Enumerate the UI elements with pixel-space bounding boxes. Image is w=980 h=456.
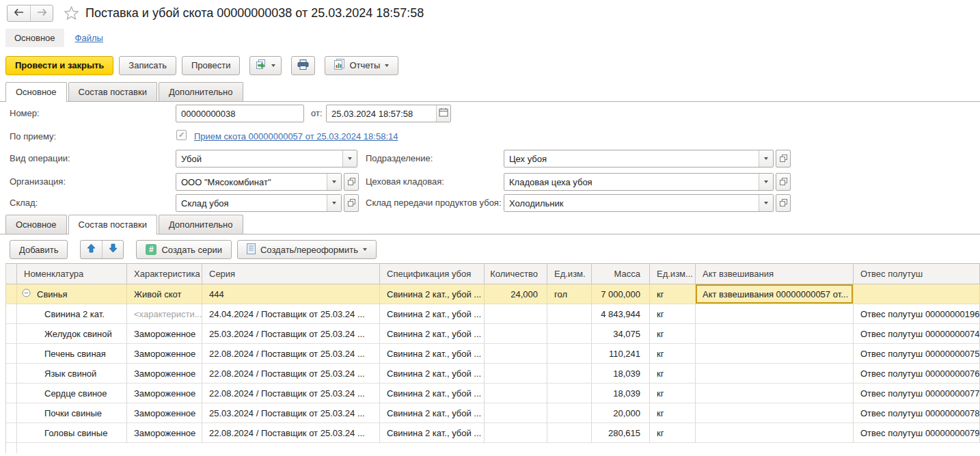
storeroom-dropdown-button[interactable] [759,174,773,190]
create-based-on-button[interactable] [249,56,282,75]
cell-nomenclature[interactable]: Печень свиная [17,344,127,364]
warehouse-input[interactable]: Склад убоя [176,195,327,211]
cell-qty_unit[interactable]: гол [547,284,592,304]
cell-act[interactable] [696,324,854,344]
cell-weighing[interactable]: Отвес полутуш 00000000196 [854,304,980,324]
row-marker[interactable] [6,364,17,384]
cell-series[interactable]: 24.04.2024 / Поставщик от 25.03.24 ... [202,304,380,324]
cell-mass[interactable]: 7 000,000 [592,284,650,304]
warehouse-dropdown-button[interactable] [327,195,341,211]
tab-extra-bottom[interactable]: Дополнительно [159,215,243,234]
row-marker[interactable] [6,284,17,304]
column-header[interactable]: Масса [592,264,650,284]
cell-qty_unit[interactable] [547,304,592,324]
cell-characteristic[interactable]: Замороженное [127,384,202,403]
create-reissue-button[interactable]: Создать/переоформить [237,240,377,259]
cell-act[interactable] [696,364,854,384]
cell-qty_unit[interactable] [547,423,592,443]
cell-mass_unit[interactable]: кг [650,304,696,324]
row-marker[interactable] [6,384,17,403]
cell-series[interactable]: 22.08.2024 / Поставщик от 25.03.24 ... [202,423,380,443]
cell-spec[interactable]: Свинина 2 кат., убой ... [380,304,485,324]
cell-mass_unit[interactable]: кг [650,423,696,443]
cell-series[interactable]: 25.03.2024 / Поставщик от 25.03.24 ... [202,403,380,423]
cell-mass_unit[interactable]: кг [650,284,696,304]
organization-open-button[interactable] [344,173,359,191]
cell-mass_unit[interactable]: кг [650,384,696,403]
storeroom-open-button[interactable] [776,173,791,191]
column-header[interactable]: Номенклатура [17,264,127,284]
cell-act[interactable]: Акт взвешивания 00000000057 от... [696,284,854,304]
cell-qty_unit[interactable] [547,344,592,364]
cell-weighing[interactable]: Отвес полутуш 00000000075 [854,344,980,364]
division-open-button[interactable] [776,150,791,167]
operation-dropdown-button[interactable] [342,150,357,167]
save-button[interactable]: Записать [119,56,176,75]
cell-spec[interactable]: Свинина 2 кат., убой ... [380,344,485,364]
organization-dropdown-button[interactable] [327,174,341,190]
column-header[interactable]: Акт взвешивания [696,264,854,284]
transfer-warehouse-dropdown-button[interactable] [759,195,773,211]
cell-nomenclature[interactable]: Сердце свиное [17,384,127,403]
cell-qty[interactable] [485,403,547,423]
reports-button[interactable]: Отчеты [325,56,398,75]
cell-spec[interactable]: Свинина 2 кат., убой ... [380,423,485,443]
cell-series[interactable]: 22.08.2024 / Поставщик от 25.03.24 ... [202,364,380,384]
forward-button[interactable] [30,5,53,21]
cell-nomenclature[interactable]: Язык свиной [17,364,127,384]
cell-spec[interactable]: Свинина 2 кат., убой ... [380,284,485,304]
cell-act[interactable] [696,423,854,443]
cell-qty[interactable]: 24,000 [485,284,547,304]
post-button[interactable]: Провести [182,56,241,75]
row-marker[interactable] [6,304,17,324]
cell-weighing[interactable] [854,284,980,304]
cell-mass[interactable]: 18,039 [592,384,650,403]
row-marker[interactable] [6,324,17,344]
cell-qty_unit[interactable] [547,364,592,384]
tab-extra-top[interactable]: Дополнительно [159,82,243,101]
warehouse-open-button[interactable] [344,194,359,212]
cell-characteristic[interactable]: Живой скот [127,284,202,304]
storeroom-input[interactable]: Кладовая цеха убоя [504,174,759,190]
cell-qty_unit[interactable] [547,403,592,423]
cell-spec[interactable]: Свинина 2 кат., убой ... [380,364,485,384]
cell-qty[interactable] [485,423,547,443]
cell-series[interactable]: 22.08.2024 / Поставщик от 25.03.24 ... [202,344,380,364]
cell-characteristic[interactable]: Замороженное [127,324,202,344]
tab-content-bottom[interactable]: Состав поставки [68,215,157,234]
cell-series[interactable]: 22.08.2024 / Поставщик от 25.03.24 ... [202,384,380,403]
calendar-button[interactable] [436,105,450,122]
cell-characteristic[interactable]: Замороженное [127,364,202,384]
collapse-minus-icon[interactable] [22,289,31,299]
cell-qty[interactable] [485,304,547,324]
operation-type-input[interactable]: Убой [176,150,342,167]
cell-spec[interactable]: Свинина 2 кат., убой ... [380,384,485,403]
back-button[interactable] [8,5,30,21]
cell-characteristic[interactable]: Замороженное [127,344,202,364]
cell-qty[interactable] [485,324,547,344]
transfer-warehouse-input[interactable]: Холодильник [504,195,759,211]
cell-nomenclature[interactable]: Свинья [17,284,127,304]
organization-input[interactable]: ООО "Мясокомбинат" [176,174,327,190]
division-input[interactable]: Цех убоя [504,150,759,167]
cell-mass[interactable]: 20,000 [592,403,650,423]
column-header[interactable]: Характеристика [127,264,202,284]
move-up-button[interactable] [81,241,102,258]
cell-spec[interactable]: Свинина 2 кат., убой ... [380,324,485,344]
cell-nomenclature[interactable]: Желудок свиной [17,324,127,344]
cell-nomenclature[interactable]: Свинина 2 кат. [17,304,127,324]
row-marker-header[interactable] [6,264,17,284]
cell-mass[interactable]: 110,241 [592,344,650,364]
column-header[interactable]: Спецификация убоя [380,264,485,284]
row-marker[interactable] [6,423,17,443]
cell-characteristic[interactable]: Замороженное [127,423,202,443]
cell-act[interactable] [696,304,854,324]
cell-nomenclature[interactable]: Почки свиные [17,403,127,423]
date-input[interactable]: 25.03.2024 18:57:58 [327,105,436,122]
cell-weighing[interactable]: Отвес полутуш 00000000079 [854,423,980,443]
post-and-close-button[interactable]: Провести и закрыть [5,56,113,75]
cell-act[interactable] [696,344,854,364]
cell-weighing[interactable]: Отвес полутуш 00000000076 [854,364,980,384]
transfer-warehouse-open-button[interactable] [776,194,791,212]
cell-mass[interactable]: 34,075 [592,324,650,344]
